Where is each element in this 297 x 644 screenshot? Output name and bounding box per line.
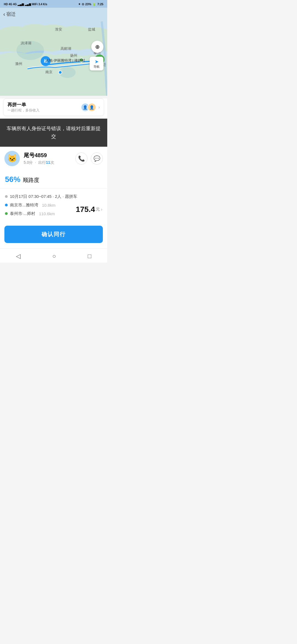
price-number: 175.4 [76,205,95,214]
battery-icon: 🔋 [92,2,96,6]
route-name-label: 大地·伊丽雅特湾 | 禅师村 [45,58,85,63]
schedule-item: 10月17日 07:30~07:45 · 2人 · 愿拼车 [5,192,102,201]
map-svg [0,8,107,96]
detour-label: 顺路度 [23,177,39,183]
nav-back-button[interactable]: ◁ [10,252,26,261]
map-area[interactable]: ‹ 宿迁 淮安 盐城 洪泽湖 扬州 泰州 高邮湖 滁州 南京 南迁 大地·伊丽雅… [0,8,107,96]
back-label: 宿迁 [6,11,16,17]
map-label-huaian: 淮安 [55,27,62,32]
driver-trips-number: 11 [46,160,50,165]
bottom-panel: 再拼一单 一趟行程，多份收入 👤 👤 › 车辆所有人身份证号错误，请核对后重新提… [0,99,107,263]
schedule-dot [5,195,8,198]
detour-percent: 56% [5,175,20,184]
route-section: 56% 顺路度 10月17日 07:30~07:45 · 2人 · 愿拼车 南京… [0,170,107,222]
origin-dot [5,204,8,206]
wifi-icon: WiFi [32,3,38,6]
speed-indicator: 3.4 K/s [38,3,47,6]
navigation-bar: ◁ ○ □ [0,249,107,263]
back-arrow-icon: ‹ [3,11,5,17]
driver-actions: 📞 💬 [75,152,103,165]
map-label-chuzhou: 滁州 [15,61,22,66]
nav-recent-button[interactable]: □ [82,252,97,261]
driver-meta: 5.0分 · 出行11次 [24,160,72,165]
time-display: 7:25 [97,2,103,6]
current-position-marker [58,70,62,74]
location-button[interactable]: ⊕ [91,41,103,53]
carpooling-subtitle: 一趟行程，多份收入 [7,108,40,113]
phone-icon: 📞 [78,155,85,162]
driver-rating: 5.0分 [24,160,33,165]
nav-back-icon: ◁ [16,253,21,260]
price-chevron-icon: › [101,207,102,212]
navigate-button[interactable]: ➤ 导航 [90,57,103,70]
driver-section: 🐱 尾号4859 5.0分 · 出行11次 📞 💬 [0,147,107,170]
price-area[interactable]: 175.4 元 › [76,205,102,214]
driver-trips-prefix: 出行 [38,160,46,165]
message-button[interactable]: 💬 [91,152,103,165]
map-label-yancheng: 盐城 [88,27,95,32]
driver-avatar-icon: 🐱 [7,154,17,163]
avatar-2: 👤 [87,103,96,112]
navigation-icon: ➤ [95,59,99,65]
status-left: HD 4G 4G ▂▄▆ ▂▄▆ WiFi 3.4 K/s [4,3,47,6]
driver-info: 尾号4859 5.0分 · 出行11次 [24,152,72,165]
navigate-label: 导航 [94,65,100,69]
carpooling-banner[interactable]: 再拼一单 一趟行程，多份收入 👤 👤 › [3,99,104,116]
signal-bars: ▂▄▆ ▂▄▆ [18,3,31,6]
price-unit: 元 [96,207,100,212]
battery-level: 23% [85,2,91,6]
driver-avatar: 🐱 [4,151,20,166]
origin-text: 南京市...雅特湾 [10,203,38,208]
map-label-gaoyouhu: 高邮湖 [61,46,71,51]
confirm-button[interactable]: 确认同行 [4,226,103,243]
carpooling-text: 再拼一单 一趟行程，多份收入 [7,102,40,113]
confirm-label: 确认同行 [42,231,66,237]
destination-dot [5,212,8,215]
chat-icon: 💬 [94,155,100,162]
schedule-text: 10月17日 07:30~07:45 · 2人 · 愿拼车 [10,194,77,199]
driver-trips-suffix: 次 [50,160,54,165]
error-toast: 车辆所有人身份证号错误，请核对后重新提交 [0,119,107,147]
map-label-nanjing: 南京 [45,70,53,75]
banner-chevron: › [98,105,100,110]
nav-recent-icon: □ [88,253,91,260]
call-button[interactable]: 📞 [75,152,87,165]
nav-home-icon: ○ [52,253,56,260]
nav-home-button[interactable]: ○ [47,252,61,261]
status-right: ✦ ⊙ 23% 🔋 7:25 [78,2,103,6]
map-label-hongzehu: 洪泽湖 [21,41,31,46]
map-label-yangzhou: 扬州 [70,53,77,58]
route-with-price: 南京市...雅特湾 10.8km 泰州市·...师村 110.6km 175.4… [5,201,102,218]
origin-distance: 10.8km [42,203,56,208]
carpooling-title: 再拼一单 [7,102,40,108]
destination-distance: 110.6km [39,211,55,216]
bluetooth-icon: ✦ [78,2,81,6]
driver-plate: 尾号4859 [24,152,72,159]
network-indicator: HD 4G 4G [4,3,17,6]
crosshair-icon: ⊕ [95,43,100,50]
status-bar: HD 4G 4G ▂▄▆ ▂▄▆ WiFi 3.4 K/s ✦ ⊙ 23% 🔋 … [0,0,107,8]
location-icon: ⊙ [82,2,84,6]
back-button[interactable]: ‹ 宿迁 [3,11,16,17]
error-message: 车辆所有人身份证号错误，请核对后重新提交 [7,126,101,139]
carpooling-avatars: 👤 👤 › [81,103,100,112]
destination-text: 泰州市·...师村 [10,211,35,216]
detour-rate: 56% 顺路度 [5,175,102,184]
